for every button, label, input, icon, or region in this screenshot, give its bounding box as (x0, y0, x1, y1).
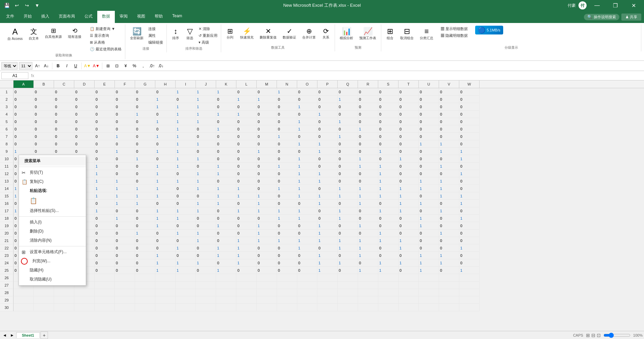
row-header[interactable]: 27 (0, 282, 14, 289)
row-header[interactable]: 8 (0, 140, 14, 148)
cell[interactable] (115, 274, 135, 282)
minimize-btn[interactable]: — (589, 0, 605, 11)
cell[interactable] (34, 296, 54, 304)
cell[interactable]: 1 (338, 96, 358, 103)
ctx-clear[interactable]: 清除内容(N) (19, 236, 86, 245)
cell[interactable]: 0 (176, 222, 196, 229)
cell[interactable]: 0 (236, 103, 257, 111)
cell[interactable]: 1 (398, 207, 419, 215)
cell[interactable]: 1 (439, 207, 459, 215)
cell[interactable]: 1 (236, 207, 257, 215)
cell[interactable] (236, 304, 257, 311)
cell[interactable]: 0 (216, 133, 236, 140)
cell[interactable]: 1 (277, 88, 297, 96)
cell[interactable]: 0 (14, 103, 34, 111)
cell[interactable]: 0 (196, 163, 216, 170)
cell[interactable]: 0 (54, 111, 74, 118)
cell[interactable]: 1 (439, 259, 459, 267)
cell[interactable]: 1 (419, 177, 439, 185)
cell[interactable]: 0 (115, 155, 135, 163)
cell[interactable]: 1 (358, 155, 378, 163)
cell[interactable]: 0 (54, 140, 74, 148)
cell[interactable]: 0 (257, 88, 277, 96)
cell[interactable]: 1 (317, 170, 338, 177)
cell[interactable]: 1 (196, 237, 216, 244)
cell[interactable]: 0 (216, 259, 236, 267)
cell[interactable]: 0 (115, 259, 135, 267)
cell[interactable]: 0 (236, 267, 257, 274)
cell[interactable] (277, 289, 297, 296)
cell[interactable] (216, 282, 236, 289)
col-header-q[interactable]: Q (338, 80, 358, 88)
cell[interactable]: 0 (398, 215, 419, 222)
cell[interactable]: 0 (196, 267, 216, 274)
cell[interactable]: 0 (135, 222, 155, 229)
cell[interactable]: 0 (115, 170, 135, 177)
filter-btn[interactable]: ▽ 筛选 (183, 26, 197, 42)
cell[interactable]: 0 (277, 267, 297, 274)
cell[interactable]: 1 (358, 222, 378, 229)
row-header[interactable]: 2 (0, 96, 14, 103)
cell[interactable]: 0 (176, 200, 196, 207)
cell[interactable]: 0 (398, 177, 419, 185)
cell[interactable]: 1 (176, 207, 196, 215)
cell[interactable]: 1 (439, 252, 459, 259)
cell[interactable]: 0 (236, 215, 257, 222)
cell[interactable]: 1 (257, 148, 277, 155)
cell[interactable]: 0 (135, 170, 155, 177)
col-header-a[interactable]: A (14, 80, 34, 88)
row-header[interactable]: 14 (0, 185, 14, 192)
text-btn[interactable]: 文 自文本 (26, 26, 42, 42)
cell[interactable]: 1 (115, 215, 135, 222)
hide-detail-btn[interactable]: ☰ 隐藏明细数据 (439, 32, 469, 39)
cell[interactable]: 0 (277, 155, 297, 163)
cell[interactable]: 0 (378, 244, 398, 252)
cell[interactable] (459, 289, 480, 296)
cell[interactable]: 1 (439, 192, 459, 200)
cell[interactable]: 0 (74, 118, 95, 125)
cell[interactable] (398, 282, 419, 289)
cell[interactable]: 0 (439, 155, 459, 163)
cell[interactable] (378, 274, 398, 282)
cell[interactable]: 1 (216, 170, 236, 177)
cell[interactable]: 1 (115, 185, 135, 192)
cell[interactable]: 1 (135, 155, 155, 163)
validate-btn[interactable]: ✓ 数据验证 (280, 26, 299, 41)
cell[interactable]: 0 (74, 125, 95, 133)
cell[interactable]: 1 (155, 215, 176, 222)
cell[interactable] (14, 296, 34, 304)
save-quick-btn[interactable]: 💾 (3, 1, 11, 9)
cell[interactable]: 1 (338, 185, 358, 192)
cell[interactable]: 1 (277, 185, 297, 192)
italic-btn[interactable]: I (63, 62, 71, 70)
cell[interactable]: 1 (95, 185, 115, 192)
cell[interactable]: 0 (54, 88, 74, 96)
new-query-btn[interactable]: 📋新建查询 ▼ (88, 26, 123, 32)
cell[interactable]: 0 (378, 96, 398, 103)
cell[interactable]: 0 (338, 170, 358, 177)
cell[interactable]: 0 (14, 111, 34, 118)
cell[interactable]: 0 (115, 103, 135, 111)
cell[interactable]: 0 (54, 133, 74, 140)
cell[interactable]: 1 (338, 244, 358, 252)
cell[interactable]: 0 (236, 170, 257, 177)
row-header[interactable]: 23 (0, 252, 14, 259)
cell[interactable]: 1 (459, 192, 480, 200)
cell[interactable] (257, 282, 277, 289)
cell[interactable]: 1 (439, 148, 459, 155)
cell[interactable]: 0 (74, 140, 95, 148)
cell[interactable]: 1 (135, 185, 155, 192)
cell[interactable]: 0 (297, 133, 317, 140)
cell[interactable]: 1 (378, 207, 398, 215)
cell[interactable]: 0 (74, 103, 95, 111)
cell[interactable]: 0 (257, 103, 277, 111)
cell[interactable]: 1 (176, 215, 196, 222)
cell[interactable]: 1 (196, 207, 216, 215)
cell[interactable]: 1 (176, 155, 196, 163)
cell[interactable] (155, 282, 176, 289)
show-detail-btn[interactable]: ☰ 显示明细数据 (439, 26, 469, 32)
other-sources-btn[interactable]: ⊞ 自其他来源 (42, 26, 65, 41)
row-header[interactable]: 21 (0, 237, 14, 244)
cell[interactable]: 1 (297, 244, 317, 252)
cell[interactable]: 0 (34, 133, 54, 140)
